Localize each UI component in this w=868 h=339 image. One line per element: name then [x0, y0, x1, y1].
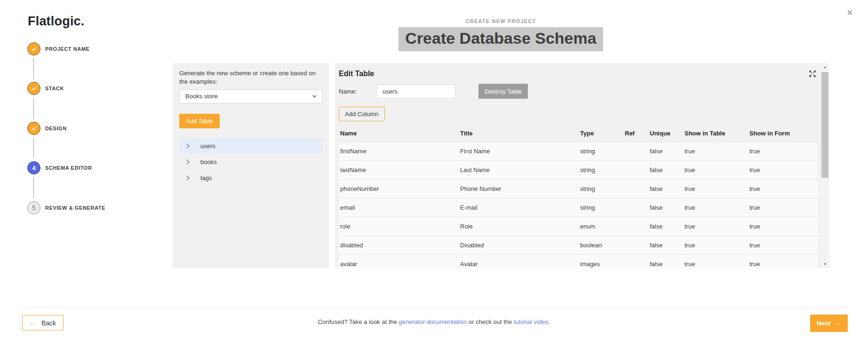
column-cell: Avatar: [459, 254, 579, 268]
column-row-role[interactable]: roleRoleenumfalsetruetrue: [339, 217, 818, 236]
step-label: REVIEW & GENERATE: [45, 205, 105, 211]
column-cell: true: [748, 254, 818, 268]
table-item-label: books: [200, 158, 217, 166]
step-check-icon: [27, 42, 40, 55]
column-cell: true: [683, 142, 748, 160]
chevron-right-icon: [184, 158, 191, 166]
column-row-email[interactable]: emailE-mailstringfalsetruetrue: [339, 198, 818, 217]
app-logo: Flatlogic.: [28, 14, 85, 29]
column-cell: true: [683, 198, 748, 217]
column-cell: [623, 198, 648, 217]
column-cell: false: [648, 142, 683, 160]
column-cell: Phone Number: [459, 179, 579, 198]
schema-editor: Generate the new scheme or create one ba…: [173, 63, 829, 268]
table-item-users[interactable]: users: [179, 138, 323, 154]
column-cell: Role: [459, 217, 579, 236]
column-cell: true: [683, 254, 748, 268]
add-column-button[interactable]: Add Column: [339, 107, 385, 121]
column-cell: avatar: [339, 254, 459, 268]
column-cell: [623, 217, 648, 236]
columns-table: NameTitleTypeRefUniqueShow in TableShow …: [339, 126, 818, 268]
column-row-avatar[interactable]: avatarAvatarimagesfalsetruetrue: [339, 254, 818, 268]
next-button-label: Next: [817, 320, 830, 327]
step-connector: [33, 177, 34, 199]
step-project-name[interactable]: PROJECT NAME: [27, 42, 90, 55]
scrollbar-down-arrow[interactable]: ▼: [821, 260, 829, 268]
column-cell: false: [648, 160, 683, 179]
column-row-disabled[interactable]: disabledDisabledbooleanfalsetruetrue: [339, 236, 818, 254]
chevron-down-icon: [311, 93, 318, 99]
column-cell: true: [683, 160, 748, 179]
table-name-label: Name:: [339, 88, 376, 95]
step-connector: [33, 137, 34, 159]
column-row-phoneNumber[interactable]: phoneNumberPhone Numberstringfalsetruetr…: [339, 179, 818, 198]
step-check-icon: [27, 122, 40, 135]
next-arrow-icon: →: [835, 320, 841, 327]
step-number: 5: [27, 201, 40, 214]
column-cell: false: [648, 179, 683, 198]
column-cell: images: [579, 254, 623, 268]
column-row-lastName[interactable]: lastNameLast Namestringfalsetruetrue: [339, 160, 818, 179]
step-design[interactable]: DESIGN: [27, 122, 67, 135]
scrollbar-up-arrow[interactable]: ▲: [821, 63, 829, 71]
wizard-header: CREATE NEW PROJECT Create Database Schem…: [173, 18, 829, 51]
column-cell: disabled: [339, 236, 459, 254]
column-cell: true: [748, 160, 818, 179]
column-header: Show in Form: [748, 126, 818, 142]
chevron-right-icon: [184, 174, 191, 181]
destroy-table-button[interactable]: Destroy Table: [478, 84, 528, 99]
column-cell: phoneNumber: [339, 179, 459, 198]
step-connector: [33, 97, 34, 119]
column-cell: string: [579, 179, 623, 198]
table-item-books[interactable]: books: [179, 154, 323, 170]
table-item-tags[interactable]: tags: [179, 170, 323, 186]
generator-documentation-link[interactable]: generator documentation: [399, 318, 467, 325]
step-schema-editor[interactable]: 4SCHEMA EDITOR: [27, 161, 92, 174]
column-cell: true: [683, 236, 748, 254]
step-label: DESIGN: [45, 126, 67, 131]
column-cell: [623, 142, 648, 160]
table-name-input[interactable]: [376, 84, 455, 99]
step-label: STACK: [45, 86, 64, 91]
close-icon[interactable]: ×: [847, 8, 853, 18]
scrollbar-thumb[interactable]: [821, 72, 828, 178]
step-check-icon: [27, 82, 40, 95]
footer-divider: [19, 307, 849, 307]
step-label: PROJECT NAME: [45, 46, 90, 52]
column-cell: Last Name: [459, 160, 579, 179]
tutorial-video-link[interactable]: tutorial video: [514, 318, 549, 325]
column-cell: [623, 160, 648, 179]
add-table-button[interactable]: Add Table: [179, 114, 220, 128]
column-cell: enum: [579, 217, 623, 236]
column-cell: false: [648, 236, 683, 254]
column-cell: First Name: [459, 142, 579, 160]
step-stack[interactable]: STACK: [27, 82, 64, 95]
schema-intro-text: Generate the new scheme or create one ba…: [179, 69, 322, 86]
column-cell: false: [648, 198, 683, 217]
help-text: Confused? Take a look at the generator d…: [0, 318, 868, 325]
column-cell: true: [683, 179, 748, 198]
expand-icon[interactable]: [809, 70, 816, 78]
column-cell: true: [683, 217, 748, 236]
column-cell: string: [579, 160, 623, 179]
column-cell: firstName: [339, 142, 459, 160]
column-header: Show in Table: [683, 126, 748, 142]
example-select-value: Books store: [185, 93, 218, 100]
panel-scrollbar[interactable]: ▲ ▼: [821, 63, 829, 268]
column-cell: boolean: [579, 236, 623, 254]
column-cell: [623, 179, 648, 198]
column-cell: lastName: [339, 160, 459, 179]
column-cell: false: [648, 254, 683, 268]
chevron-right-icon: [184, 142, 191, 150]
example-select[interactable]: Books store: [179, 89, 323, 103]
column-header: Name: [339, 126, 459, 142]
edit-table-panel: Edit Table Name: Destroy Table Add Colum…: [335, 63, 829, 268]
next-button[interactable]: Next →: [810, 315, 848, 332]
step-review-generate[interactable]: 5REVIEW & GENERATE: [27, 201, 105, 214]
column-header: Title: [459, 126, 579, 142]
table-name-row: Name: Destroy Table: [339, 84, 829, 99]
column-row-firstName[interactable]: firstNameFirst Namestringfalsetruetrue: [339, 142, 818, 160]
step-connector: [33, 58, 34, 79]
column-cell: string: [579, 142, 623, 160]
wizard-eyebrow: CREATE NEW PROJECT: [173, 18, 829, 24]
